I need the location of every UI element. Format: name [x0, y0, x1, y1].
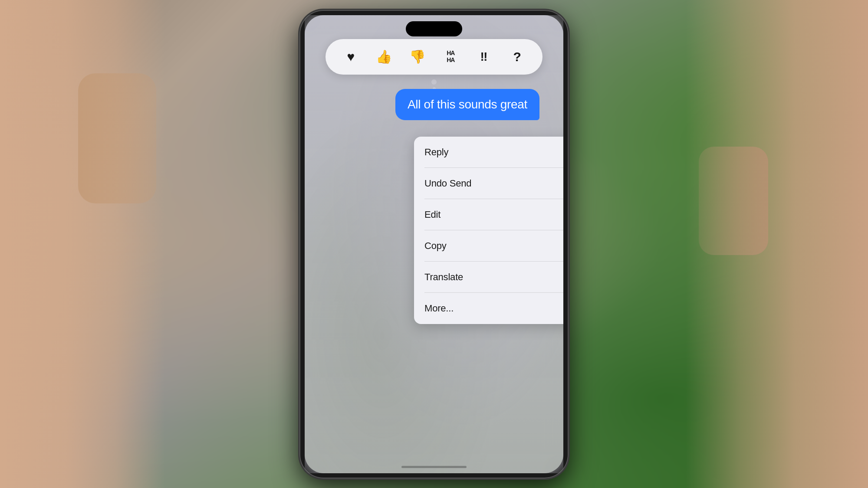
- menu-item-translate[interactable]: Translate: [414, 262, 563, 293]
- hand-right: [686, 0, 868, 488]
- context-menu: Reply Undo Send: [414, 137, 563, 324]
- reaction-heart[interactable]: ♥: [338, 44, 363, 69]
- menu-label-undo-send: Undo Send: [424, 178, 471, 189]
- menu-item-reply[interactable]: Reply: [414, 137, 563, 168]
- menu-item-copy[interactable]: Copy: [414, 230, 563, 262]
- menu-item-more[interactable]: More...: [414, 293, 563, 324]
- dynamic-island: [406, 21, 462, 36]
- phone-screen: ♥ 👍 👎 HAHA ‼ ? All of this sounds great …: [305, 15, 563, 473]
- reaction-thumbs-up[interactable]: 👍: [372, 44, 397, 69]
- menu-label-more: More...: [424, 303, 454, 314]
- reaction-haha[interactable]: HAHA: [438, 44, 463, 69]
- menu-label-edit: Edit: [424, 209, 441, 220]
- message-bubble: All of this sounds great: [395, 89, 539, 120]
- reaction-bar: ♥ 👍 👎 HAHA ‼ ?: [326, 39, 542, 75]
- reaction-thumbs-down[interactable]: 👎: [405, 44, 430, 69]
- tail-dot-large: [431, 79, 437, 85]
- menu-label-copy: Copy: [424, 240, 447, 252]
- hand-left: [0, 0, 165, 488]
- reaction-question[interactable]: ?: [505, 44, 530, 69]
- message-text: All of this sounds great: [408, 98, 527, 111]
- menu-item-undo-send[interactable]: Undo Send: [414, 168, 563, 199]
- menu-label-translate: Translate: [424, 272, 463, 283]
- menu-item-edit[interactable]: Edit: [414, 199, 563, 230]
- home-indicator: [401, 466, 467, 468]
- phone-frame: ♥ 👍 👎 HAHA ‼ ? All of this sounds great …: [299, 10, 569, 478]
- menu-label-reply: Reply: [424, 147, 448, 158]
- reaction-exclamation[interactable]: ‼: [471, 44, 496, 69]
